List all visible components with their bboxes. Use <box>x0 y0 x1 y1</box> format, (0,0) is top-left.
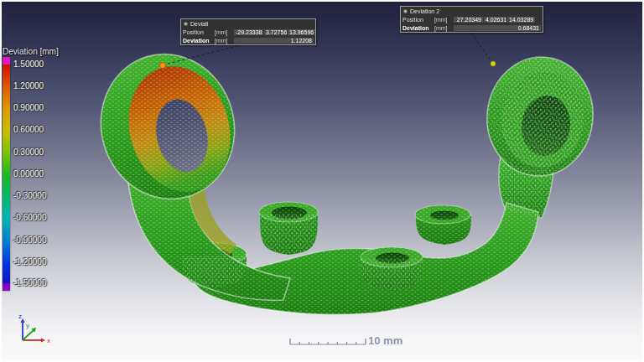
position-label: Position <box>402 17 434 23</box>
color-scale-title: Deviation [mm] <box>3 47 59 56</box>
scale-tick: 0.60000 <box>13 125 44 134</box>
scale-bar-label: 10 mm <box>368 334 402 347</box>
deviation-label-1[interactable]: Deviati Position [mm] -29.23338 3.72756 … <box>180 18 316 45</box>
scale-tick: -1.20000 <box>13 257 46 266</box>
z-axis-label: z <box>18 313 22 320</box>
scale-tick: 0.00000 <box>13 169 44 178</box>
y-axis-label: y <box>26 322 29 329</box>
position-y-value: 4.02631 <box>484 17 506 23</box>
deviation-label-2[interactable]: Deviation 2 Position [mm] 27.20349 4.026… <box>400 6 543 33</box>
scanned-part-mesh[interactable] <box>0 0 644 362</box>
y-axis <box>23 330 34 340</box>
x-axis-label: x <box>47 337 50 344</box>
x-axis-arrow-icon <box>41 339 45 343</box>
scale-tick: 0.90000 <box>13 103 44 112</box>
annotation-title: Deviati <box>190 21 208 27</box>
scale-tick: 1.50000 <box>13 59 44 69</box>
scale-tick: -0.30000 <box>13 191 46 200</box>
scale-tick: -1.50000 <box>13 278 46 287</box>
leader-line-2 <box>471 33 492 63</box>
deviation-color-scale[interactable]: Deviation [mm] 1.50000 1.20000 0.90000 0… <box>3 47 80 298</box>
scale-tick: -0.90000 <box>13 235 46 245</box>
label-pin-icon <box>184 22 188 26</box>
deviation-unit: [mm] <box>434 25 453 31</box>
deviation-anchor-point-1[interactable] <box>160 63 166 69</box>
position-y-value: 3.72756 <box>264 29 287 35</box>
position-z-value: 14.03289 <box>507 17 535 23</box>
scale-tick: 1.20000 <box>13 81 44 90</box>
deviation-label: Deviation <box>402 25 434 31</box>
deviation-anchor-point-2[interactable] <box>491 61 496 66</box>
position-unit: [mm] <box>434 17 453 23</box>
position-label: Position <box>183 29 215 35</box>
annotation-title: Deviation 2 <box>410 8 439 14</box>
axes-triad: z y x <box>18 313 50 344</box>
scale-tick: -0.60000 <box>13 213 46 222</box>
deviation-value: 0.68431 <box>454 25 541 31</box>
color-scale-gradient-bar[interactable] <box>3 57 10 291</box>
scale-bar-ruler <box>290 339 366 344</box>
position-x-value: 27.20349 <box>454 17 483 23</box>
deviation-value: 1.12208 <box>234 38 314 44</box>
scale-tick: 0.30000 <box>13 147 44 157</box>
deviation-unit: [mm] <box>215 38 233 44</box>
position-x-value: -29.23338 <box>234 29 263 35</box>
position-z-value: 13.96596 <box>288 29 315 35</box>
3d-viewport[interactable]: z y x <box>0 0 644 362</box>
position-unit: [mm] <box>215 29 233 35</box>
label-pin-icon <box>403 9 408 13</box>
deviation-label: Deviation <box>183 38 215 44</box>
